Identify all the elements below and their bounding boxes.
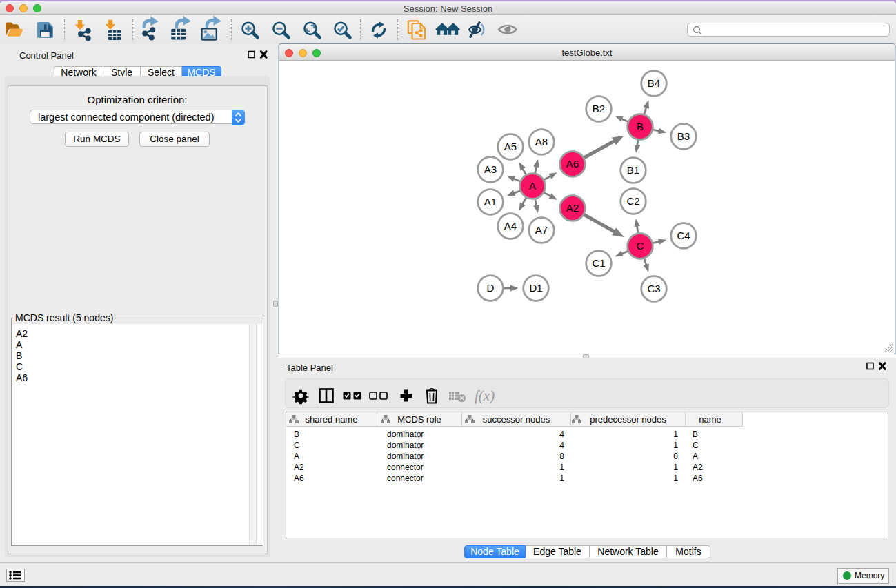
svg-text:A5: A5 [504,141,517,152]
svg-text:B: B [637,121,644,132]
svg-text:f(x): f(x) [475,387,495,404]
svg-text:C1: C1 [592,257,605,269]
svg-text:C3: C3 [647,283,660,294]
svg-text:A7: A7 [535,224,548,236]
svg-text:B3: B3 [677,130,690,142]
svg-text:C2: C2 [626,195,639,207]
svg-text:A6: A6 [566,158,579,170]
svg-text:A8: A8 [535,136,548,148]
svg-text:B2: B2 [593,103,605,114]
svg-text:B1: B1 [627,164,639,176]
svg-text:A2: A2 [566,202,579,214]
svg-text:D1: D1 [529,282,542,294]
svg-text:C: C [637,240,644,252]
svg-text:A4: A4 [504,220,517,232]
svg-text:C4: C4 [677,230,690,241]
svg-text:A1: A1 [484,196,497,207]
svg-text:B4: B4 [648,77,660,89]
svg-text:D: D [487,282,495,294]
svg-text:A: A [529,180,536,192]
svg-text:A3: A3 [484,163,497,175]
